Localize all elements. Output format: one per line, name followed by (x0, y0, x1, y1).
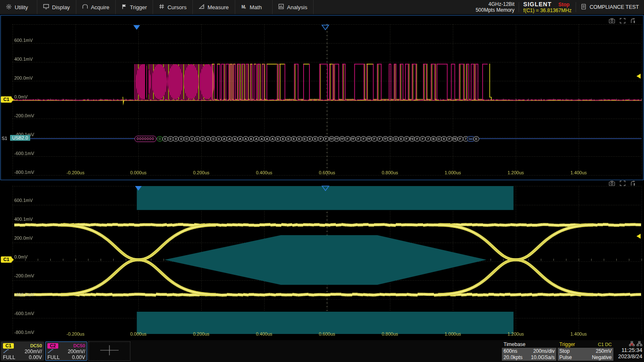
timebase-scale: 200ns/div (533, 348, 555, 354)
gear-icon (6, 4, 12, 11)
trigger-title: Trigger (559, 341, 575, 348)
decode-byte: A (270, 136, 275, 142)
channel-box-c1[interactable]: C1 DC50 200mV/ FULL 0.00V (1, 341, 44, 361)
app-mode-button[interactable]: COMPLIANCE TEST (576, 4, 644, 11)
cursors-icon (159, 4, 164, 10)
app-mode-label: COMPLIANCE TEST (589, 4, 639, 10)
memory-label: 500Mpts Memory (475, 7, 514, 13)
timebase-delay: 600ns (504, 348, 517, 354)
menu-item-analysis[interactable]: Analysis (273, 0, 314, 14)
trigger-source: C1 DC (598, 341, 612, 348)
decode-byte: E (296, 136, 302, 142)
menu-item-cursors[interactable]: Cursors (153, 0, 193, 14)
analysis-icon (278, 4, 284, 10)
flip-icon[interactable] (630, 18, 636, 25)
decode-byte: 0 (216, 136, 222, 142)
menu-item-label: Trigger (130, 4, 147, 10)
timebase-title: Timebase (504, 341, 525, 348)
decode-byte: FF (350, 136, 356, 142)
decode-protocol-badge[interactable]: USB2.0 (10, 135, 30, 141)
plus-icon (97, 344, 122, 358)
flip-icon[interactable] (630, 180, 636, 188)
network-status (618, 341, 642, 347)
decode-byte: E (398, 136, 404, 142)
decode-byte: 0 (157, 136, 163, 142)
menu-item-label: Acquire (91, 4, 109, 10)
clock-date: 2023/8/24 (618, 353, 642, 359)
menu-item-label: Display (52, 4, 70, 10)
decode-byte: E (291, 136, 297, 142)
menu-item-label: Utility (15, 4, 28, 10)
svg-text:x: x (244, 6, 246, 9)
brand-logo: SIGLENT (523, 1, 552, 8)
decode-byte: A (243, 136, 249, 142)
plot-area: 600.1mV600.1mV400.1mV400.1mV200.0mV200.0… (0, 14, 644, 340)
decode-byte: A (237, 136, 243, 142)
status-bar: C1 DC50 200mV/ FULL 0.00V C2 DC50 200mV/… (0, 340, 644, 362)
decode-byte: F (318, 136, 324, 142)
decode-byte: F (377, 136, 383, 142)
menu-item-label: Analysis (287, 4, 307, 10)
timebase-points: 20.0kpts (504, 354, 522, 360)
c2-offset: 0.00V (72, 354, 85, 360)
c1-coupling: DC50 (30, 343, 42, 349)
trigger-panel[interactable]: Trigger C1 DC Stop 250mV Pulse Negative (558, 341, 613, 361)
acquisition-status[interactable]: Stop (558, 2, 570, 8)
c2-bandwidth: FULL (47, 354, 60, 360)
camera-icon[interactable] (609, 180, 615, 188)
trigger-type: Pulse (559, 354, 572, 360)
measure-icon (199, 4, 205, 10)
lan-icon (636, 341, 642, 347)
bandwidth-label: 4GHz-12Bit (488, 1, 514, 7)
decode-byte: F (345, 136, 351, 142)
timebase-panel[interactable]: Timebase 600ns 200ns/div 20.0kpts 10.0GS… (502, 341, 556, 361)
menu-item-math[interactable]: MxMath (235, 0, 273, 14)
decode-byte: 0 (189, 136, 195, 142)
oscilloscope-screen: UtilityDisplayAcquireTriggerCursorsMeasu… (0, 0, 644, 362)
menu-item-trigger[interactable]: Trigger (116, 0, 153, 14)
decode-byte: A (264, 136, 270, 142)
decode-byte: 0 (210, 136, 216, 142)
menu-item-label: Cursors (167, 4, 187, 10)
decode-byte: FE (452, 136, 458, 142)
add-channel-button[interactable] (88, 341, 130, 361)
menu-item-label: Measure (208, 4, 229, 10)
c2-scale: 200mV/ (68, 349, 85, 354)
c1-scale: 200mV/ (25, 349, 42, 354)
frequency-counter: f(C1) = 36.81367MHz (523, 8, 571, 13)
decode-sync-field: 0000000 (135, 136, 156, 142)
trigger-state: Stop (559, 348, 570, 354)
channel-box-c2[interactable]: C2 DC50 200mV/ FULL 0.00V (45, 341, 87, 361)
menu-item-display[interactable]: Display (37, 0, 76, 14)
c1-ground-marker-bottom[interactable]: C1 (1, 256, 12, 263)
clock-block[interactable]: 11:25:34 2023/8/24 (618, 341, 642, 359)
c1-bandwidth: FULL (3, 354, 15, 360)
c2-badge: C2 (47, 343, 58, 349)
timebase-samplerate: 10.0GSa/s (531, 354, 555, 360)
document-icon (581, 4, 586, 11)
slope-icon (47, 349, 54, 354)
waveform-display[interactable] (0, 14, 644, 340)
slope-icon (3, 349, 9, 354)
camera-icon[interactable] (609, 18, 615, 25)
flag-icon (122, 4, 127, 11)
menu-item-measure[interactable]: Measure (193, 0, 235, 14)
decode-byte: F (371, 136, 377, 142)
math-icon: Mx (241, 4, 247, 10)
menu-item-utility[interactable]: Utility (0, 0, 37, 14)
c2-coupling: DC50 (73, 343, 85, 349)
fullscreen-icon[interactable] (620, 18, 626, 25)
brand-block: SIGLENT Stop f(C1) = 36.81367MHz (519, 0, 576, 14)
trigger-level: 250mV (596, 348, 612, 354)
c1-badge: C1 (3, 343, 14, 349)
clock-time: 11:25:34 (618, 347, 642, 353)
decode-byte: 0 (184, 136, 190, 142)
menu-item-label: Math (250, 4, 262, 10)
display-icon (43, 4, 49, 10)
c1-ground-marker-top[interactable]: C1 (1, 96, 12, 103)
menu-item-acquire[interactable]: Acquire (76, 0, 116, 14)
trigger-slope: Negative (592, 354, 612, 360)
decode-byte: F (323, 136, 329, 142)
fullscreen-icon[interactable] (620, 180, 626, 188)
decode-byte: 0 (162, 136, 168, 142)
